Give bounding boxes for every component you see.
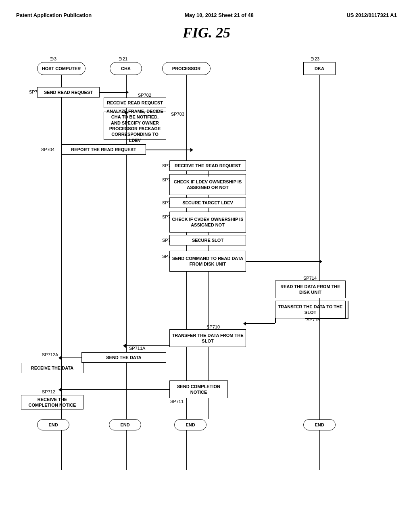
end-dka-box: END: [303, 419, 336, 430]
arrow-send-to-cha: [100, 92, 126, 93]
sp704-label: SP704: [41, 147, 54, 152]
ref-23-label: ∋23: [311, 56, 319, 62]
proc-step-2: [208, 195, 209, 197]
sp711a-label: SP711A: [129, 346, 145, 351]
ref-3-label: ∋3: [50, 56, 56, 62]
cha-vert-3: [126, 363, 127, 419]
processor-box: PROCESSOR: [162, 62, 211, 75]
proc-step-7: [208, 347, 209, 380]
page: Patent Application Publication May 10, 2…: [0, 0, 413, 532]
sp715-bracket-horiz: [305, 318, 348, 319]
cha-box: CHA: [110, 62, 142, 75]
report-read-request-box: REPORT THE READ REQUEST: [61, 144, 146, 155]
fig-title: FIG. 25: [16, 24, 397, 41]
end-cha-box: END: [109, 419, 141, 430]
send-read-request-box: SEND READ REQUEST: [37, 87, 100, 98]
header-left: Patent Application Publication: [16, 12, 92, 18]
analyze-frame-box: ANALYZE FRAME, DECIDE CHA TO BE NOTIFIED…: [104, 112, 166, 140]
proc-step-4: [208, 233, 209, 235]
dka-vert-1: [319, 298, 320, 320]
proc-step-3: [208, 208, 209, 212]
arrow-report-to-proc: [146, 150, 190, 150]
proc-step-5: [208, 245, 209, 251]
arrow-dka-to-proc: [246, 323, 275, 324]
proc-step-1: [208, 171, 209, 177]
read-data-box: READ THE DATA FROM THE DISK UNIT: [275, 281, 346, 298]
end-host-box: END: [37, 419, 69, 430]
sp715-label: SP715: [307, 317, 320, 322]
host-vert-1: [61, 98, 62, 419]
diagram: ∋3 HOST COMPUTER ∋21 CHA PROCESSOR ∋23 D…: [17, 49, 396, 493]
secure-target-ldev-box: SECURE TARGET LDEV: [169, 197, 246, 208]
arrow-completion-to-host: [61, 389, 169, 390]
header-middle: May 10, 2012 Sheet 21 of 48: [185, 12, 254, 18]
sp710-label: SP710: [206, 324, 220, 329]
receive-read-request-cha-box: RECEIVE READ REQUEST: [104, 98, 166, 108]
send-the-data-box: SEND THE DATA: [81, 352, 166, 363]
receive-the-data-box: RECEIVE THE DATA: [21, 363, 83, 373]
check-ldev-box: CHECK IF LDEV OWNERSHIP IS ASSIGNED OR N…: [169, 174, 246, 195]
dka-vert-3: [319, 324, 320, 420]
proc-connect-1: [186, 112, 187, 160]
send-command-box: SEND COMMAND TO READ DATA FROM DISK UNIT: [169, 251, 246, 272]
header-right: US 2012/0117321 A1: [346, 12, 397, 18]
sp711-label: SP711: [170, 399, 184, 404]
cha-vert-2: [126, 155, 127, 352]
sp714-label: SP714: [303, 276, 317, 281]
end-proc-box: END: [174, 419, 206, 430]
sp712-label: SP712: [42, 389, 55, 394]
receive-completion-notice-box: RECEIVE THE COMPLETION NOTICE: [21, 395, 83, 409]
transfer-data-from-slot-box: TRANSFER THE DATA FROM THE SLOT: [169, 329, 246, 347]
transfer-data-slot-box: TRANSFER THE DATA TO THE SLOT: [275, 301, 346, 318]
ref-21-label: ∋21: [119, 56, 127, 62]
sp715-bracket-vert: [348, 301, 348, 319]
dka-box: DKA: [303, 62, 336, 75]
dka-vert-2: [275, 318, 276, 323]
proc-step-6: [208, 272, 209, 329]
secure-slot-box: SECURE SLOT: [169, 235, 246, 245]
sp703-label: SP703: [171, 112, 184, 116]
cha-down-1: [126, 108, 127, 112]
proc-step-8: [208, 398, 209, 419]
receive-read-request-proc-box: RECEIVE THE READ REQUEST: [169, 160, 246, 171]
send-completion-notice-box: SEND COMPLETION NOTICE: [169, 380, 228, 398]
analyze-to-report-vert: [126, 140, 127, 144]
sp702-label: SP702: [138, 93, 151, 98]
sp712a-label: SP712A: [42, 352, 58, 357]
header: Patent Application Publication May 10, 2…: [16, 8, 397, 20]
arrow-cha-to-host-data: [61, 357, 81, 358]
check-cvdev-box: CHECK IF CVDEV OWNERSHIP IS ASSIGNED NOT: [169, 212, 246, 233]
arrow-send-cmd-to-dka: [246, 261, 319, 262]
host-computer-box: HOST COMPUTER: [37, 62, 86, 75]
